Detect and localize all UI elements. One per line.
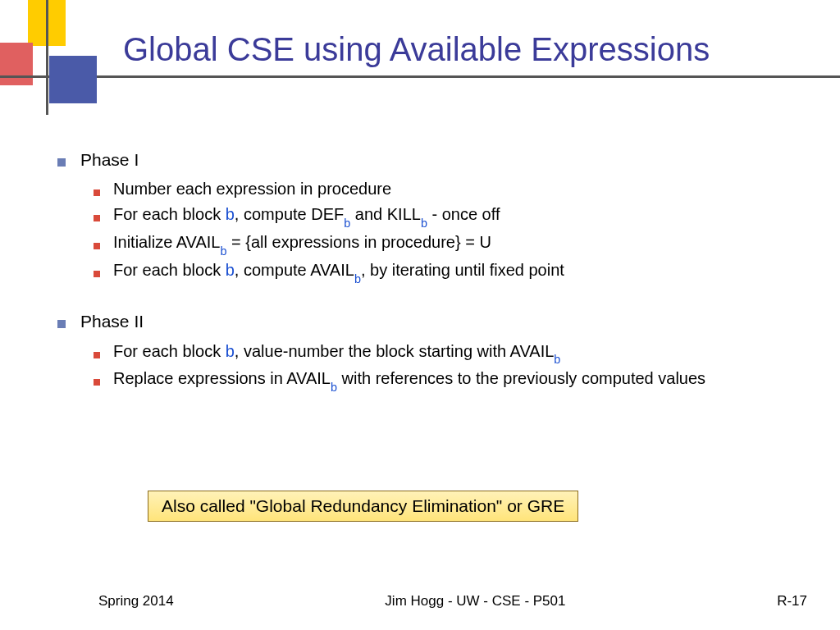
phase-heading: Phase II [80, 309, 144, 334]
footer-right: R-17 [777, 593, 807, 609]
list-item: For each block b, compute DEFb and KILLb… [94, 203, 807, 229]
list-item-text: Number each expression in procedure [113, 177, 391, 201]
phase-item: Phase INumber each expression in procedu… [57, 148, 807, 285]
list-item-text: For each block b, compute DEFb and KILLb… [113, 203, 500, 229]
list-item-text: For each block b, compute AVAILb, by ite… [113, 258, 564, 285]
decor-square-blue [49, 56, 97, 103]
decor-square-red [0, 43, 33, 85]
decor-vline [46, 0, 48, 115]
callout-box: Also called "Global Redundancy Eliminati… [148, 491, 578, 522]
slide-title: Global CSE using Available Expressions [123, 31, 710, 68]
bullet-inner-icon [94, 271, 100, 277]
list-item: Initialize AVAILb = {all expressions in … [94, 231, 807, 257]
bullet-inner-icon [94, 215, 100, 221]
slide-footer: Spring 2014 Jim Hogg - UW - CSE - P501 R… [0, 593, 840, 609]
list-item-text: Replace expressions in AVAILb with refer… [113, 367, 705, 393]
footer-left: Spring 2014 [98, 593, 174, 609]
footer-center: Jim Hogg - UW - CSE - P501 [385, 593, 565, 609]
bullet-outer-icon [57, 158, 66, 167]
list-item: For each block b, value-number the block… [94, 340, 807, 366]
list-item: Replace expressions in AVAILb with refer… [94, 367, 807, 393]
slide-body: Phase INumber each expression in procedu… [57, 148, 807, 418]
list-item: For each block b, compute AVAILb, by ite… [94, 258, 807, 285]
phase-heading: Phase I [80, 148, 139, 172]
decor-hline [0, 75, 840, 78]
bullet-inner-icon [94, 379, 100, 386]
bullet-inner-icon [94, 352, 100, 358]
list-item: Number each expression in procedure [94, 177, 807, 201]
list-item-text: For each block b, value-number the block… [113, 340, 560, 366]
list-item-text: Initialize AVAILb = {all expressions in … [113, 231, 491, 257]
bullet-inner-icon [94, 189, 100, 196]
bullet-inner-icon [94, 243, 100, 249]
bullet-outer-icon [57, 320, 66, 328]
phase-item: Phase IIFor each block b, value-number t… [57, 309, 807, 393]
